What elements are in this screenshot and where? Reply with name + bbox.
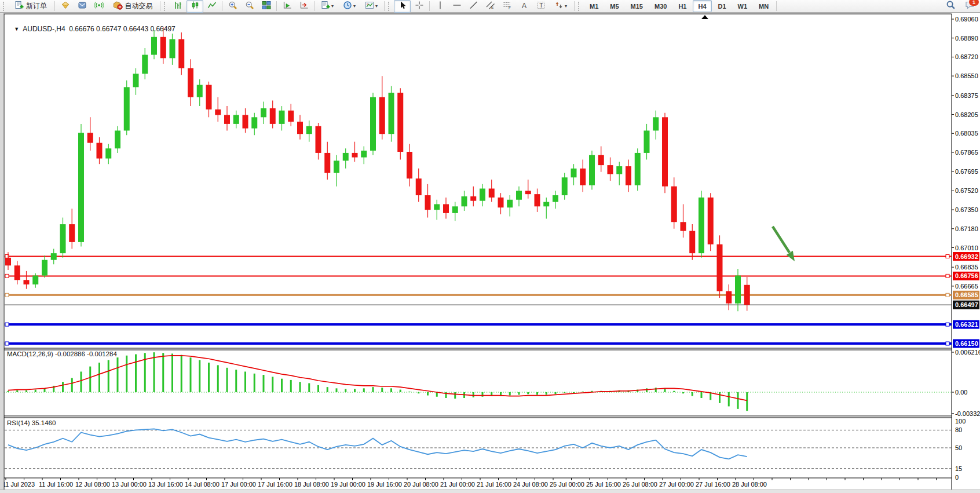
time-tick-label: 13 Jul 00:00 [112, 481, 147, 488]
price-tick-label: 0.68720 [955, 53, 978, 60]
timeframe-button-M30[interactable]: M30 [649, 0, 672, 12]
arrow-shaft [773, 227, 789, 253]
toolbar-grip[interactable] [388, 2, 392, 11]
fibonacci-button[interactable]: F [499, 0, 515, 13]
candle-body [516, 191, 522, 199]
chart-ohlc-values: 0.66676 0.66747 0.66443 0.66497 [69, 25, 175, 33]
level-handle-right[interactable] [946, 323, 949, 326]
equidistant-channel-button[interactable]: E [482, 0, 499, 13]
level-handle-left[interactable] [5, 274, 9, 277]
timeframe-button-M5[interactable]: M5 [605, 0, 624, 12]
macd-histogram-bar [354, 389, 356, 392]
level-price-label-0.66756: 0.66756 [953, 272, 979, 280]
macd-panel[interactable]: 0.0062160.00-0.00332 [5, 349, 980, 417]
vertical-line-button[interactable] [432, 0, 448, 13]
time-tick-label: 20 Jul 08:00 [404, 481, 438, 488]
line-chart-button[interactable] [203, 0, 220, 13]
rsi-axis-label: 0 [955, 474, 959, 481]
timeframe-button-H4[interactable]: H4 [693, 0, 711, 12]
mail-button[interactable] [74, 0, 90, 13]
gem-button[interactable] [57, 0, 74, 13]
time-tick-label: 11 Jul 2023 [2, 481, 35, 488]
zoom-out-button[interactable] [241, 0, 258, 13]
clock-icon [343, 1, 352, 12]
rsi-panel[interactable]: 1008050150 [5, 418, 966, 481]
candle-body [78, 133, 84, 242]
macd-histogram-bar [327, 387, 328, 392]
toolbar-separator [160, 1, 160, 11]
candlestick-chart-button[interactable] [187, 0, 203, 13]
macd-histogram-bar [254, 374, 255, 392]
macd-histogram-bar [564, 392, 565, 393]
chart-canvas[interactable]: 0.690600.688900.687200.685500.683750.682… [0, 0, 980, 493]
level-handle-left[interactable] [5, 323, 9, 326]
level-handle-right[interactable] [946, 274, 949, 277]
window-menu-icon[interactable]: ▼ [14, 26, 19, 32]
time-tick-label: 27 Jul 16:00 [696, 481, 730, 488]
level-line-0.66585[interactable] [5, 293, 952, 297]
autoscroll-button[interactable] [279, 0, 295, 13]
horizontal-line-button[interactable] [448, 0, 465, 13]
candlesticks [5, 27, 750, 311]
timeframe-button-M1[interactable]: M1 [584, 0, 604, 12]
notifications-button[interactable]: 1 [965, 0, 975, 12]
level-handle-left[interactable] [5, 342, 9, 345]
candle-body [343, 153, 349, 160]
candle-body [5, 258, 11, 265]
level-handle-right[interactable] [946, 342, 949, 345]
level-line-0.66756[interactable] [5, 274, 952, 277]
chart-shift-marker-icon[interactable] [701, 15, 708, 19]
price-axis[interactable]: 0.690600.688900.687200.685500.683750.682… [952, 16, 978, 290]
zoom-in-button[interactable] [224, 0, 241, 13]
indicators-button[interactable]: ▾ [316, 0, 338, 13]
chart-shift-button[interactable] [295, 0, 312, 13]
level-label-text: 0.66756 [955, 272, 978, 279]
new-order-button[interactable]: 新订单 [9, 0, 53, 13]
toolbar-grip[interactable] [578, 2, 582, 11]
candlestick-chart-icon [191, 1, 200, 12]
toolbar-grip[interactable] [164, 2, 168, 11]
toolbar-separator [314, 1, 315, 11]
periods-button[interactable]: ▾ [338, 0, 360, 13]
macd-histogram-bar [71, 378, 73, 392]
candle-body [489, 189, 495, 198]
rsi-axis-label: 50 [955, 444, 962, 451]
candle-body [224, 115, 230, 123]
level-line-0.66321[interactable] [5, 323, 952, 326]
level-line-0.66150[interactable] [5, 342, 952, 345]
autotrading-button[interactable]: 自动交易 [107, 0, 158, 13]
timeframe-button-M15[interactable]: M15 [626, 0, 648, 12]
text-button[interactable]: A [515, 0, 532, 13]
price-tick-label: 0.67010 [955, 244, 978, 251]
crosshair-button[interactable] [411, 0, 427, 13]
level-handle-left[interactable] [5, 293, 9, 297]
signals-button[interactable] [90, 0, 107, 13]
cursor-button[interactable] [394, 0, 411, 13]
macd-histogram-bar [81, 371, 82, 392]
candle-body [608, 165, 613, 174]
level-line-0.66932[interactable] [5, 255, 952, 258]
timeframe-button-D1[interactable]: D1 [713, 0, 732, 12]
search-button[interactable] [942, 0, 959, 13]
toolbar-grip[interactable] [3, 2, 7, 11]
candle-body [580, 169, 586, 185]
text-label-button[interactable]: T [532, 0, 549, 13]
time-axis[interactable]: 11 Jul 202311 Jul 16:0012 Jul 08:0013 Ju… [2, 478, 937, 488]
trendline-button[interactable] [465, 0, 482, 13]
templates-button[interactable]: ▾ [360, 0, 382, 13]
price-tick-label: 0.67350 [955, 206, 978, 213]
candle-body [717, 244, 723, 291]
timeframe-button-W1[interactable]: W1 [733, 0, 753, 12]
level-handle-right[interactable] [946, 255, 949, 258]
arrows-shapes-icon [554, 1, 564, 12]
arrows-shapes-button[interactable]: ▾ [549, 0, 572, 13]
macd-histogram-bar [299, 382, 301, 392]
timeframe-button-MN[interactable]: MN [754, 0, 774, 12]
timeframe-button-H1[interactable]: H1 [673, 0, 692, 12]
chevron-down-icon: ▾ [375, 3, 378, 9]
tile-windows-button[interactable] [258, 0, 275, 13]
time-tick-label: 13 Jul 16:00 [148, 481, 183, 488]
bar-chart-button[interactable] [170, 0, 187, 13]
template-icon [365, 1, 374, 12]
level-handle-right[interactable] [946, 293, 949, 297]
